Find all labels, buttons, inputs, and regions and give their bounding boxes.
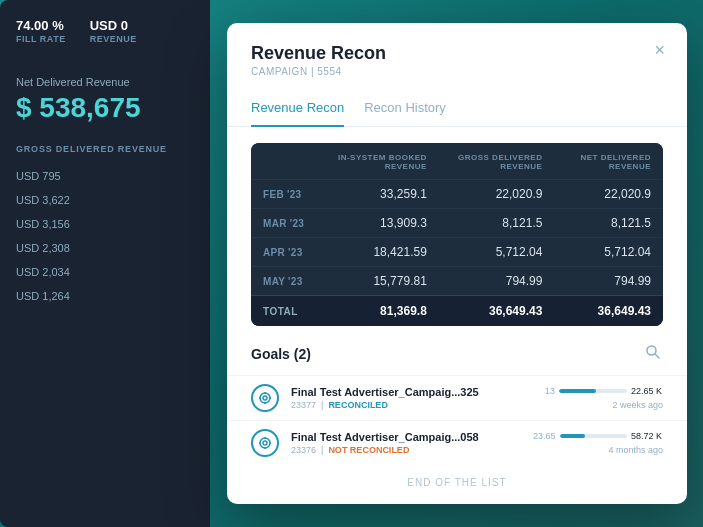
cell-gross: 22,020.9 xyxy=(439,180,555,209)
goal-bar-row-1: 13 22.65 K xyxy=(533,386,663,396)
goal-time-1: 2 weeks ago xyxy=(612,400,663,410)
goal-icon-1 xyxy=(251,384,279,412)
cell-booked: 33,259.1 xyxy=(321,180,439,209)
goal-meta-1: 23377 | RECONCILED xyxy=(291,400,521,410)
goal-progress-1: 13 22.65 K 2 weeks ago xyxy=(533,386,663,410)
svg-point-9 xyxy=(263,441,267,445)
goal-bar-row-2: 23.65 58.72 K xyxy=(533,431,663,441)
svg-line-1 xyxy=(655,354,659,358)
goal-bar-track-2 xyxy=(560,434,627,438)
col-month xyxy=(251,143,321,180)
target-icon xyxy=(258,391,272,405)
goal-id-2: 23376 xyxy=(291,445,316,455)
table-row: MAY '23 15,779.81 794.99 794.99 xyxy=(251,267,663,296)
goal-bar-max-1: 22.65 K xyxy=(631,386,663,396)
total-gross: 36,649.43 xyxy=(439,296,555,327)
table-total-row: TOTAL 81,369.8 36,649.43 36,649.43 xyxy=(251,296,663,327)
modal-tabs: Revenue Recon Recon History xyxy=(227,81,687,127)
end-of-list: END OF THE LIST xyxy=(227,465,687,504)
cell-month: APR '23 xyxy=(251,238,321,267)
search-icon xyxy=(645,344,661,360)
cell-net: 8,121.5 xyxy=(554,209,663,238)
goal-item: Final Test Advertiser_Campaig...058 2337… xyxy=(227,420,687,465)
svg-point-2 xyxy=(260,393,270,403)
goal-progress-2: 23.65 58.72 K 4 months ago xyxy=(533,431,663,455)
cell-net: 5,712.04 xyxy=(554,238,663,267)
cell-booked: 13,909.3 xyxy=(321,209,439,238)
goal-bar-min-2: 23.65 xyxy=(533,431,556,441)
goal-name-1: Final Test Advertiser_Campaig...325 xyxy=(291,386,521,398)
goal-info-1: Final Test Advertiser_Campaig...325 2337… xyxy=(291,386,521,410)
table-row: MAR '23 13,909.3 8,121.5 8,121.5 xyxy=(251,209,663,238)
goal-id-1: 23377 xyxy=(291,400,316,410)
cell-gross: 794.99 xyxy=(439,267,555,296)
goal-bar-fill-1 xyxy=(559,389,596,393)
tab-recon-history[interactable]: Recon History xyxy=(364,94,446,127)
cell-net: 794.99 xyxy=(554,267,663,296)
col-gross: GROSS DELIVERED REVENUE xyxy=(439,143,555,180)
revenue-table: IN-SYSTEM BOOKED REVENUE GROSS DELIVERED… xyxy=(251,143,663,326)
total-label: TOTAL xyxy=(251,296,321,327)
cell-month: FEB '23 xyxy=(251,180,321,209)
goal-icon-2 xyxy=(251,429,279,457)
goal-status-1: RECONCILED xyxy=(328,400,388,410)
close-button[interactable]: × xyxy=(648,39,671,61)
total-net: 36,649.43 xyxy=(554,296,663,327)
cell-gross: 5,712.04 xyxy=(439,238,555,267)
tab-revenue-recon[interactable]: Revenue Recon xyxy=(251,94,344,127)
svg-point-3 xyxy=(263,396,267,400)
goals-title: Goals (2) xyxy=(251,346,311,362)
search-goals-button[interactable] xyxy=(643,342,663,365)
col-booked: IN-SYSTEM BOOKED REVENUE xyxy=(321,143,439,180)
cell-net: 22,020.9 xyxy=(554,180,663,209)
revenue-table-section: IN-SYSTEM BOOKED REVENUE GROSS DELIVERED… xyxy=(227,127,687,338)
svg-point-8 xyxy=(260,438,270,448)
goal-bar-min-1: 13 xyxy=(533,386,555,396)
cell-booked: 18,421.59 xyxy=(321,238,439,267)
table-row: APR '23 18,421.59 5,712.04 5,712.04 xyxy=(251,238,663,267)
goal-bar-track-1 xyxy=(559,389,627,393)
target-icon xyxy=(258,436,272,450)
total-booked: 81,369.8 xyxy=(321,296,439,327)
cell-gross: 8,121.5 xyxy=(439,209,555,238)
modal-subtitle: CAMPAIGN | 5554 xyxy=(251,66,663,77)
goal-bar-max-2: 58.72 K xyxy=(631,431,663,441)
goal-meta-2: 23376 | NOT RECONCILED xyxy=(291,445,521,455)
modal-title: Revenue Recon xyxy=(251,43,663,64)
goal-time-2: 4 months ago xyxy=(608,445,663,455)
goal-info-2: Final Test Advertiser_Campaig...058 2337… xyxy=(291,431,521,455)
goals-header: Goals (2) xyxy=(227,338,687,375)
cell-month: MAR '23 xyxy=(251,209,321,238)
goal-name-2: Final Test Advertiser_Campaig...058 xyxy=(291,431,521,443)
modal-header: Revenue Recon CAMPAIGN | 5554 xyxy=(227,23,687,77)
goal-item: Final Test Advertiser_Campaig...325 2337… xyxy=(227,375,687,420)
col-net: NET DELIVERED REVENUE xyxy=(554,143,663,180)
cell-booked: 15,779.81 xyxy=(321,267,439,296)
cell-month: MAY '23 xyxy=(251,267,321,296)
modal-overlay: Revenue Recon CAMPAIGN | 5554 × Revenue … xyxy=(0,0,703,527)
table-row: FEB '23 33,259.1 22,020.9 22,020.9 xyxy=(251,180,663,209)
goal-status-2: NOT RECONCILED xyxy=(328,445,409,455)
revenue-recon-modal: Revenue Recon CAMPAIGN | 5554 × Revenue … xyxy=(227,23,687,504)
goal-bar-fill-2 xyxy=(560,434,586,438)
